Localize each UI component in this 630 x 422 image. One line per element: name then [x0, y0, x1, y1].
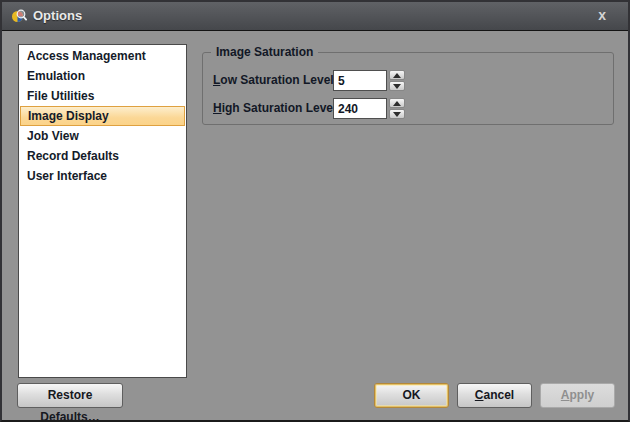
- options-dialog: Options x Access Management Emulation Fi…: [0, 0, 630, 422]
- low-saturation-spinner: [389, 70, 405, 91]
- apply-button: Apply: [540, 383, 615, 408]
- sidebar-item-image-display[interactable]: Image Display: [20, 106, 185, 126]
- ok-button[interactable]: OK: [374, 383, 449, 408]
- sidebar-item-job-view[interactable]: Job View: [20, 126, 185, 146]
- window-title: Options: [33, 2, 82, 30]
- arrow-up-icon: [393, 101, 401, 106]
- titlebar[interactable]: Options x: [2, 2, 628, 31]
- sidebar-item-file-utilities[interactable]: File Utilities: [20, 86, 185, 106]
- arrow-down-icon: [393, 84, 401, 89]
- high-saturation-input[interactable]: [333, 98, 387, 119]
- spin-up-button[interactable]: [389, 98, 405, 108]
- close-icon[interactable]: x: [592, 2, 612, 30]
- arrow-up-icon: [393, 73, 401, 78]
- group-title: Image Saturation: [211, 45, 318, 59]
- high-saturation-spinner: [389, 98, 405, 119]
- arrow-down-icon: [393, 112, 401, 117]
- options-sphere-magnifier-icon: [11, 8, 27, 24]
- spin-up-button[interactable]: [389, 70, 405, 80]
- low-saturation-label: Low Saturation Level:: [213, 73, 338, 87]
- sidebar-item-user-interface[interactable]: User Interface: [20, 166, 185, 186]
- high-saturation-label: High Saturation Level:: [213, 101, 340, 115]
- spin-down-button[interactable]: [389, 109, 405, 119]
- sidebar-item-record-defaults[interactable]: Record Defaults: [20, 146, 185, 166]
- cancel-button[interactable]: Cancel: [457, 383, 532, 408]
- restore-defaults-button[interactable]: Restore Defaults…: [17, 383, 123, 408]
- sidebar-item-emulation[interactable]: Emulation: [20, 66, 185, 86]
- spin-down-button[interactable]: [389, 81, 405, 91]
- category-listbox: Access Management Emulation File Utiliti…: [18, 44, 187, 378]
- sidebar-item-access-management[interactable]: Access Management: [20, 46, 185, 66]
- image-saturation-group: Image Saturation Low Saturation Level: H…: [202, 52, 614, 125]
- low-saturation-input[interactable]: [333, 70, 387, 91]
